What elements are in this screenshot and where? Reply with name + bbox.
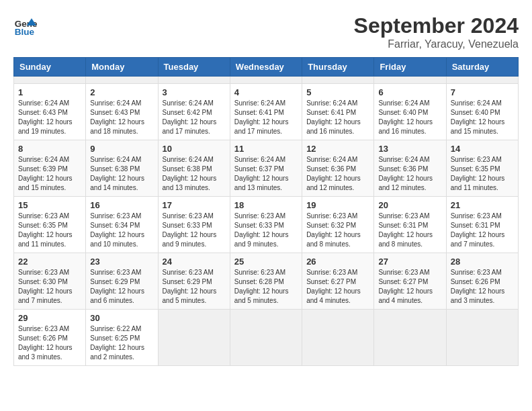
day-info: Sunrise: 6:23 AMSunset: 6:27 PMDaylight:… [378,268,441,306]
day-info: Sunrise: 6:24 AMSunset: 6:41 PMDaylight:… [306,99,369,136]
calendar-row: 1 Sunrise: 6:24 AMSunset: 6:43 PMDayligh… [14,84,519,140]
day-cell: 5 Sunrise: 6:24 AMSunset: 6:41 PMDayligh… [302,84,374,140]
day-number: 28 [451,257,514,267]
day-cell: 17 Sunrise: 6:23 AMSunset: 6:33 PMDaylig… [158,197,230,253]
day-cell: 28 Sunrise: 6:23 AMSunset: 6:26 PMDaylig… [446,253,518,310]
day-info: Sunrise: 6:24 AMSunset: 6:36 PMDaylight:… [378,155,441,193]
day-info: Sunrise: 6:24 AMSunset: 6:37 PMDaylight:… [234,155,298,193]
day-cell: 4 Sunrise: 6:24 AMSunset: 6:41 PMDayligh… [230,84,302,140]
day-cell: 20 Sunrise: 6:23 AMSunset: 6:31 PMDaylig… [374,197,446,253]
empty-cell [158,77,230,84]
calendar-row: 8 Sunrise: 6:24 AMSunset: 6:39 PMDayligh… [14,140,519,197]
page-header: General Blue September 2024 Farriar, Yar… [13,13,519,50]
empty-cell [302,310,374,366]
day-header-thursday: Thursday [302,58,374,77]
day-number: 10 [163,144,226,154]
day-info: Sunrise: 6:24 AMSunset: 6:43 PMDaylight:… [18,99,81,136]
day-info: Sunrise: 6:24 AMSunset: 6:38 PMDaylight:… [163,155,226,193]
day-number: 12 [306,144,369,154]
day-info: Sunrise: 6:23 AMSunset: 6:33 PMDaylight:… [234,212,298,249]
day-info: Sunrise: 6:23 AMSunset: 6:32 PMDaylight:… [306,212,369,249]
svg-text:Blue: Blue [15,27,35,37]
day-cell: 15 Sunrise: 6:23 AMSunset: 6:35 PMDaylig… [14,197,86,253]
day-cell: 12 Sunrise: 6:24 AMSunset: 6:36 PMDaylig… [302,140,374,197]
day-cell: 13 Sunrise: 6:24 AMSunset: 6:36 PMDaylig… [374,140,446,197]
day-info: Sunrise: 6:24 AMSunset: 6:38 PMDaylight:… [90,155,153,193]
calendar-table: SundayMondayTuesdayWednesdayThursdayFrid… [13,57,519,366]
day-info: Sunrise: 6:23 AMSunset: 6:29 PMDaylight:… [163,268,226,306]
empty-cell [86,77,158,84]
day-cell: 23 Sunrise: 6:23 AMSunset: 6:29 PMDaylig… [86,253,158,310]
empty-cell [446,77,518,84]
day-number: 15 [18,200,81,210]
day-cell: 24 Sunrise: 6:23 AMSunset: 6:29 PMDaylig… [158,253,230,310]
day-info: Sunrise: 6:23 AMSunset: 6:31 PMDaylight:… [378,212,441,249]
day-info: Sunrise: 6:24 AMSunset: 6:40 PMDaylight:… [451,99,514,136]
day-number: 1 [18,87,81,97]
day-info: Sunrise: 6:24 AMSunset: 6:40 PMDaylight:… [378,99,441,136]
day-cell: 3 Sunrise: 6:24 AMSunset: 6:42 PMDayligh… [158,84,230,140]
empty-cell [158,310,230,366]
day-info: Sunrise: 6:23 AMSunset: 6:35 PMDaylight:… [451,155,514,193]
day-number: 22 [18,257,81,267]
empty-cell [230,310,302,366]
day-info: Sunrise: 6:22 AMSunset: 6:25 PMDaylight:… [90,324,153,362]
day-number: 14 [451,144,514,154]
day-cell: 19 Sunrise: 6:23 AMSunset: 6:32 PMDaylig… [302,197,374,253]
day-header-wednesday: Wednesday [230,58,302,77]
day-cell: 22 Sunrise: 6:23 AMSunset: 6:30 PMDaylig… [14,253,86,310]
day-cell: 25 Sunrise: 6:23 AMSunset: 6:28 PMDaylig… [230,253,302,310]
day-number: 8 [18,144,81,154]
calendar-row: 22 Sunrise: 6:23 AMSunset: 6:30 PMDaylig… [14,253,519,310]
day-header-monday: Monday [86,58,158,77]
day-number: 29 [18,313,81,323]
day-number: 23 [90,257,153,267]
empty-cell [302,77,374,84]
day-number: 9 [90,144,153,154]
day-cell: 29 Sunrise: 6:23 AMSunset: 6:26 PMDaylig… [14,310,86,366]
day-number: 3 [163,87,226,97]
month-title: September 2024 [354,13,519,38]
day-number: 2 [90,87,153,97]
empty-cell [14,77,86,84]
day-number: 7 [451,87,514,97]
calendar-row: 29 Sunrise: 6:23 AMSunset: 6:26 PMDaylig… [14,310,519,366]
day-info: Sunrise: 6:23 AMSunset: 6:27 PMDaylight:… [306,268,369,306]
day-cell: 14 Sunrise: 6:23 AMSunset: 6:35 PMDaylig… [446,140,518,197]
day-number: 26 [306,257,369,267]
day-info: Sunrise: 6:23 AMSunset: 6:26 PMDaylight:… [18,324,81,362]
day-cell: 1 Sunrise: 6:24 AMSunset: 6:43 PMDayligh… [14,84,86,140]
day-info: Sunrise: 6:23 AMSunset: 6:31 PMDaylight:… [451,212,514,249]
day-number: 6 [378,87,441,97]
empty-cell [374,310,446,366]
day-number: 13 [378,144,441,154]
day-header-saturday: Saturday [446,58,518,77]
day-info: Sunrise: 6:24 AMSunset: 6:43 PMDaylight:… [90,99,153,136]
day-cell: 30 Sunrise: 6:22 AMSunset: 6:25 PMDaylig… [86,310,158,366]
day-cell: 21 Sunrise: 6:23 AMSunset: 6:31 PMDaylig… [446,197,518,253]
day-number: 16 [90,200,153,210]
day-number: 5 [306,87,369,97]
day-number: 20 [378,200,441,210]
title-block: September 2024 Farriar, Yaracuy, Venezue… [354,13,519,50]
day-number: 18 [234,200,298,210]
day-number: 17 [163,200,226,210]
location: Farriar, Yaracuy, Venezuela [354,38,519,50]
calendar-row: 15 Sunrise: 6:23 AMSunset: 6:35 PMDaylig… [14,197,519,253]
day-number: 21 [451,200,514,210]
day-info: Sunrise: 6:23 AMSunset: 6:26 PMDaylight:… [451,268,514,306]
day-number: 4 [234,87,298,97]
day-info: Sunrise: 6:23 AMSunset: 6:28 PMDaylight:… [234,268,298,306]
day-cell: 9 Sunrise: 6:24 AMSunset: 6:38 PMDayligh… [86,140,158,197]
day-cell: 27 Sunrise: 6:23 AMSunset: 6:27 PMDaylig… [374,253,446,310]
day-info: Sunrise: 6:24 AMSunset: 6:36 PMDaylight:… [306,155,369,193]
empty-cell [230,77,302,84]
day-number: 11 [234,144,298,154]
day-info: Sunrise: 6:24 AMSunset: 6:39 PMDaylight:… [18,155,81,193]
day-cell: 2 Sunrise: 6:24 AMSunset: 6:43 PMDayligh… [86,84,158,140]
day-info: Sunrise: 6:23 AMSunset: 6:35 PMDaylight:… [18,212,81,249]
empty-cell [446,310,518,366]
day-cell: 8 Sunrise: 6:24 AMSunset: 6:39 PMDayligh… [14,140,86,197]
day-info: Sunrise: 6:23 AMSunset: 6:34 PMDaylight:… [90,212,153,249]
day-number: 25 [234,257,298,267]
